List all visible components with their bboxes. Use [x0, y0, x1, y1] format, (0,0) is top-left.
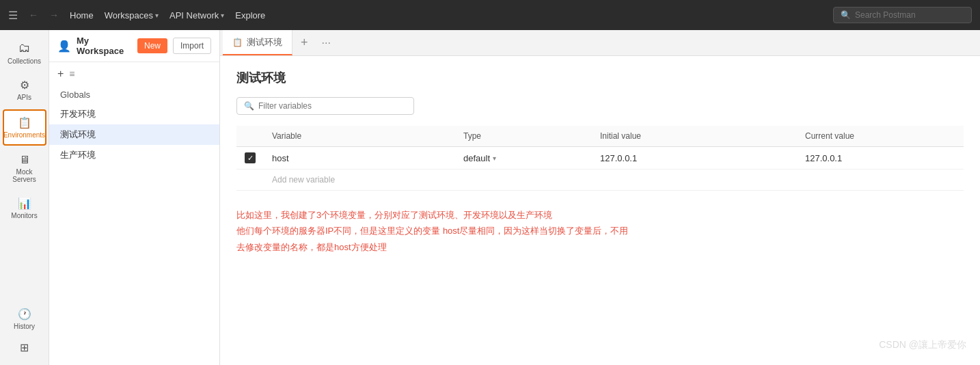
tab-bar: 📋 测试环境 + ···	[220, 30, 980, 56]
apis-icon: ⚙	[20, 79, 29, 92]
sidebar-item-apis[interactable]: ⚙ APIs	[3, 73, 46, 107]
explore-link[interactable]: Explore	[235, 10, 265, 21]
new-button[interactable]: New	[137, 38, 167, 53]
tab-env-icon: 📋	[232, 38, 243, 47]
main-layout: 🗂 Collections ⚙ APIs 📋 Environments 🖥 Mo…	[0, 30, 980, 365]
forward-button[interactable]: →	[49, 10, 59, 21]
add-variable-row[interactable]: Add new variable	[236, 170, 964, 191]
add-environment-button[interactable]: +	[57, 68, 64, 80]
description-line-3: 去修改变量的名称，都是host方便处理	[236, 239, 964, 255]
env-item-dev[interactable]: 开发环境	[49, 104, 219, 124]
sidebar-item-extensions[interactable]: ⊞	[3, 336, 46, 360]
tab-add-button[interactable]: +	[292, 36, 316, 50]
monitors-icon: 📊	[18, 197, 31, 210]
watermark: CSDN @讓上帝爱你	[879, 339, 966, 351]
sidebar-item-history[interactable]: 🕐 History	[3, 302, 46, 336]
sidebar-bottom: 🕐 History ⊞	[3, 302, 46, 365]
initial-value[interactable]: 127.0.0.1	[592, 147, 797, 170]
table-row: ✓ host default ▾ 127.0.0.1 127.0.0.1	[236, 147, 964, 170]
col-header-variable: Variable	[264, 126, 455, 147]
add-variable-label[interactable]: Add new variable	[264, 170, 964, 191]
menu-icon[interactable]: ☰	[8, 9, 18, 22]
current-value[interactable]: 127.0.0.1	[797, 147, 964, 170]
sidebar-item-collections[interactable]: 🗂 Collections	[3, 36, 46, 70]
back-button[interactable]: ←	[29, 10, 38, 21]
main-content: 📋 测试环境 + ··· 测试环境 🔍 Variable	[220, 30, 980, 365]
col-header-current: Current value	[797, 126, 964, 147]
history-icon: 🕐	[18, 308, 31, 321]
top-navigation: ☰ ← → Home Workspaces ▾ API Network ▾ Ex…	[0, 0, 980, 30]
api-network-link[interactable]: API Network ▾	[169, 10, 224, 21]
checked-icon: ✓	[245, 152, 256, 163]
history-label: History	[14, 323, 35, 330]
import-button[interactable]: Import	[173, 38, 211, 54]
tab-test-env[interactable]: 📋 测试环境	[223, 30, 292, 55]
mock-servers-label: Mock Servers	[7, 168, 42, 183]
env-panel-header: 👤 My Workspace New Import	[49, 30, 219, 62]
sidebar-item-mock-servers[interactable]: 🖥 Mock Servers	[3, 148, 46, 189]
sidebar-item-environments[interactable]: 📋 Environments	[3, 109, 46, 146]
api-network-chevron-icon: ▾	[221, 12, 224, 19]
filter-variables-input[interactable]	[258, 101, 395, 111]
col-header-type: Type	[455, 126, 592, 147]
description-line-1: 比如这里，我创建了3个环境变量，分别对应了测试环境、开发环境以及生产环境	[236, 207, 964, 223]
filter-input-wrap[interactable]: 🔍	[236, 97, 414, 115]
type-chevron-icon: ▾	[493, 154, 496, 162]
mock-servers-icon: 🖥	[19, 154, 30, 166]
filter-search-icon: 🔍	[244, 101, 254, 111]
env-title: 测试环境	[236, 70, 964, 86]
workspaces-link[interactable]: Workspaces ▾	[105, 10, 159, 21]
workspace-title: My Workspace	[77, 36, 132, 56]
home-link[interactable]: Home	[70, 10, 94, 21]
row-checkbox[interactable]: ✓	[236, 147, 264, 170]
search-box[interactable]: 🔍	[833, 7, 972, 23]
env-list-header: + ≡	[49, 62, 219, 85]
monitors-label: Monitors	[11, 212, 37, 219]
add-row-checkbox-cell	[236, 170, 264, 191]
variable-name[interactable]: host	[264, 147, 455, 170]
extensions-icon: ⊞	[20, 341, 29, 354]
search-input[interactable]	[855, 10, 964, 20]
content-area: 测试环境 🔍 Variable Type Initial value Curre…	[220, 56, 980, 365]
filter-environment-button[interactable]: ≡	[69, 68, 74, 79]
env-item-test[interactable]: 测试环境	[49, 124, 219, 145]
variables-table: Variable Type Initial value Current valu…	[236, 126, 964, 191]
tab-label: 测试环境	[247, 36, 282, 49]
env-globals-item[interactable]: Globals	[49, 85, 219, 104]
env-item-prod[interactable]: 生产环境	[49, 145, 219, 165]
col-header-initial: Initial value	[592, 126, 797, 147]
filter-bar: 🔍	[236, 97, 964, 115]
tab-more-button[interactable]: ···	[316, 37, 336, 49]
sidebar-icons: 🗂 Collections ⚙ APIs 📋 Environments 🖥 Mo…	[0, 30, 49, 365]
user-icon: 👤	[57, 40, 71, 53]
env-list: Globals 开发环境 测试环境 生产环境	[49, 85, 219, 365]
sidebar-item-monitors[interactable]: 📊 Monitors	[3, 191, 46, 225]
environments-label: Environments	[3, 131, 45, 139]
collections-label: Collections	[8, 57, 41, 65]
col-header-checkbox	[236, 126, 264, 147]
variable-type[interactable]: default ▾	[455, 147, 592, 170]
apis-label: APIs	[17, 94, 31, 101]
env-panel: 👤 My Workspace New Import + ≡ Globals 开发…	[49, 30, 220, 365]
environments-icon: 📋	[18, 116, 31, 129]
workspaces-chevron-icon: ▾	[155, 12, 159, 19]
description-text: 比如这里，我创建了3个环境变量，分别对应了测试环境、开发环境以及生产环境 他们每…	[236, 207, 964, 255]
search-icon: 🔍	[841, 10, 851, 20]
collections-icon: 🗂	[18, 41, 31, 55]
description-line-2: 他们每个环境的服务器IP不同，但是这里定义的变量 host尽量相同，因为这样当切…	[236, 223, 964, 239]
